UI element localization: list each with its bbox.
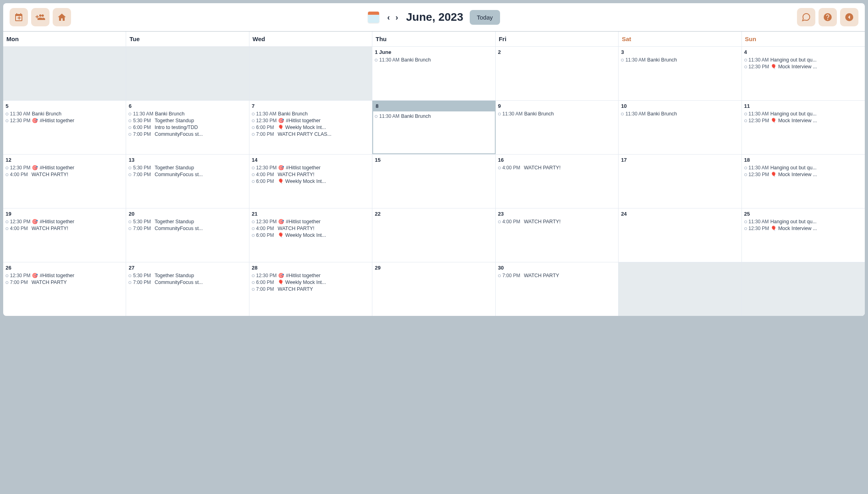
day-number: 26: [6, 265, 123, 271]
event-item[interactable]: 12:30 PM🎈Mock Interview ...: [744, 171, 862, 178]
event-item[interactable]: 12:30 PM🎯#Hitlist together: [6, 165, 123, 171]
event-item[interactable]: 12:30 PM🎯#Hitlist together: [252, 165, 370, 171]
event-item[interactable]: 6:00 PMIntro to testing/TDD: [129, 124, 246, 131]
help-button[interactable]: [819, 8, 837, 26]
event-item[interactable]: 11:30 AMHanging out but qu...: [744, 111, 862, 117]
calendar-app: ‹ › June, 2023 Today MonTueWedThuFriSatS…: [3, 3, 865, 316]
event-item[interactable]: 5:30 PMTogether Standup: [129, 117, 246, 124]
event-item[interactable]: 6:00 PM🎈Weekly Mock Int...: [252, 232, 370, 238]
event-title: Weekly Mock Int...: [285, 280, 326, 285]
day-cell[interactable]: 1412:30 PM🎯#Hitlist together4:00 PMWATCH…: [249, 155, 372, 208]
event-item[interactable]: 4:00 PMWATCH PARTY!: [498, 218, 616, 225]
event-item[interactable]: 7:00 PMCommunityFocus st...: [129, 279, 246, 286]
event-item[interactable]: 5:30 PMTogether Standup: [129, 165, 246, 171]
event-item[interactable]: 7:00 PMWATCH PARTY: [498, 272, 616, 279]
events-list: 12:30 PM🎯#Hitlist together7:00 PMWATCH P…: [6, 272, 123, 286]
event-item[interactable]: 4:00 PMWATCH PARTY!: [6, 225, 123, 232]
day-cell[interactable]: 1912:30 PM🎯#Hitlist together4:00 PMWATCH…: [3, 208, 126, 262]
event-item[interactable]: 7:00 PMWATCH PARTY: [6, 279, 123, 286]
event-item[interactable]: 4:00 PMWATCH PARTY!: [6, 171, 123, 178]
event-item[interactable]: 11:30 AMBanki Brunch: [498, 111, 616, 117]
day-cell[interactable]: 811:30 AMBanki Brunch: [372, 101, 495, 154]
next-month-button[interactable]: ›: [394, 11, 400, 24]
day-cell[interactable]: 2511:30 AMHanging out but qu...12:30 PM🎈…: [742, 208, 865, 262]
day-cell[interactable]: 1111:30 AMHanging out but qu...12:30 PM🎈…: [742, 101, 865, 154]
event-time: 5:30 PM: [133, 118, 153, 123]
events-list: 11:30 AMBanki Brunch: [621, 57, 739, 63]
day-cell[interactable]: 511:30 AMBanki Brunch12:30 PM🎯#Hitlist t…: [3, 101, 126, 154]
event-item[interactable]: 11:30 AMBanki Brunch: [621, 111, 739, 117]
event-item[interactable]: 12:30 PM🎈Mock Interview ...: [744, 63, 862, 70]
day-number: 23: [498, 211, 616, 217]
event-title: WATCH PARTY!: [524, 165, 561, 171]
event-item[interactable]: 7:00 PMWATCH PARTY: [252, 286, 370, 292]
chat-button[interactable]: [797, 8, 815, 26]
event-item[interactable]: 7:00 PMCommunityFocus st...: [129, 225, 246, 232]
event-item[interactable]: 4:00 PMWATCH PARTY!: [498, 165, 616, 171]
day-cell[interactable]: 205:30 PMTogether Standup7:00 PMCommunit…: [126, 208, 249, 262]
day-cell[interactable]: 29: [372, 262, 495, 316]
day-cell[interactable]: 2: [496, 47, 619, 100]
day-cell[interactable]: 22: [372, 208, 495, 262]
event-title: Hanging out but qu...: [770, 165, 817, 171]
event-item[interactable]: 12:30 PM🎯#Hitlist together: [252, 272, 370, 279]
calendar-logo-icon: [368, 12, 379, 23]
day-cell[interactable]: 1811:30 AMHanging out but qu...12:30 PM🎈…: [742, 155, 865, 208]
add-event-button[interactable]: [10, 8, 28, 26]
event-item[interactable]: 5:30 PMTogether Standup: [129, 218, 246, 225]
day-cell[interactable]: 2112:30 PM🎯#Hitlist together4:00 PMWATCH…: [249, 208, 372, 262]
event-item[interactable]: 11:30 AMBanki Brunch: [6, 111, 123, 117]
day-cell[interactable]: 1011:30 AMBanki Brunch: [619, 101, 741, 154]
event-item[interactable]: 11:30 AMHanging out but qu...: [744, 165, 862, 171]
event-item[interactable]: 12:30 PM🎯#Hitlist together: [252, 218, 370, 225]
event-item[interactable]: 12:30 PM🎯#Hitlist together: [6, 117, 123, 124]
event-item[interactable]: 5:30 PMTogether Standup: [129, 272, 246, 279]
prev-month-button[interactable]: ‹: [386, 11, 391, 24]
home-button[interactable]: [53, 8, 71, 26]
event-item[interactable]: 12:30 PM🎯#Hitlist together: [6, 272, 123, 279]
event-item[interactable]: 11:30 AMHanging out but qu...: [744, 57, 862, 63]
event-item[interactable]: 6:00 PM🎈Weekly Mock Int...: [252, 279, 370, 286]
day-cell[interactable]: 611:30 AMBanki Brunch5:30 PMTogether Sta…: [126, 101, 249, 154]
event-item[interactable]: 11:30 AMBanki Brunch: [252, 111, 370, 117]
day-cell[interactable]: 135:30 PMTogether Standup7:00 PMCommunit…: [126, 155, 249, 208]
event-item[interactable]: 7:00 PMCommunityFocus st...: [129, 171, 246, 178]
event-title: WATCH PARTY!: [32, 226, 68, 231]
day-cell[interactable]: 164:00 PMWATCH PARTY!: [496, 155, 619, 208]
day-cell[interactable]: 15: [372, 155, 495, 208]
event-item[interactable]: 12:30 PM🎯#Hitlist together: [6, 218, 123, 225]
day-cell[interactable]: 307:00 PMWATCH PARTY: [496, 262, 619, 316]
day-cell[interactable]: 234:00 PMWATCH PARTY!: [496, 208, 619, 262]
event-item[interactable]: 12:30 PM🎈Mock Interview ...: [744, 117, 862, 124]
day-cell[interactable]: 1 June11:30 AMBanki Brunch: [372, 47, 495, 100]
day-cell[interactable]: 711:30 AMBanki Brunch12:30 PM🎯#Hitlist t…: [249, 101, 372, 154]
day-number: 30: [498, 265, 616, 271]
day-cell[interactable]: 2812:30 PM🎯#Hitlist together6:00 PM🎈Week…: [249, 262, 372, 316]
day-cell[interactable]: 411:30 AMHanging out but qu...12:30 PM🎈M…: [742, 47, 865, 100]
day-cell[interactable]: 17: [619, 155, 741, 208]
add-people-button[interactable]: [31, 8, 49, 26]
day-cell[interactable]: 311:30 AMBanki Brunch: [619, 47, 741, 100]
day-cell[interactable]: 24: [619, 208, 741, 262]
day-cell[interactable]: 911:30 AMBanki Brunch: [496, 101, 619, 154]
event-item[interactable]: 11:30 AMBanki Brunch: [621, 57, 739, 63]
event-item[interactable]: 11:30 AMBanki Brunch: [375, 113, 492, 119]
day-cell[interactable]: 2612:30 PM🎯#Hitlist together7:00 PMWATCH…: [3, 262, 126, 316]
event-item[interactable]: 7:00 PMWATCH PARTY CLAS...: [252, 131, 370, 137]
event-item[interactable]: 6:00 PM🎈Weekly Mock Int...: [252, 178, 370, 185]
day-cell[interactable]: 275:30 PMTogether Standup7:00 PMCommunit…: [126, 262, 249, 316]
event-item[interactable]: 6:00 PM🎈Weekly Mock Int...: [252, 124, 370, 131]
event-item[interactable]: 11:30 AMHanging out but qu...: [744, 218, 862, 225]
event-item[interactable]: 12:30 PM🎈Mock Interview ...: [744, 225, 862, 232]
event-title: #Hitlist together: [286, 273, 320, 278]
event-item[interactable]: 4:00 PMWATCH PARTY!: [252, 171, 370, 178]
event-item[interactable]: 12:30 PM🎯#Hitlist together: [252, 117, 370, 124]
today-button[interactable]: Today: [470, 10, 500, 25]
event-title: Mock Interview ...: [778, 226, 817, 231]
event-item[interactable]: 11:30 AMBanki Brunch: [129, 111, 246, 117]
event-item[interactable]: 11:30 AMBanki Brunch: [375, 57, 492, 63]
event-item[interactable]: 7:00 PMCommunityFocus st...: [129, 131, 246, 137]
event-item[interactable]: 4:00 PMWATCH PARTY!: [252, 225, 370, 232]
day-cell[interactable]: 1212:30 PM🎯#Hitlist together4:00 PMWATCH…: [3, 155, 126, 208]
back-button[interactable]: [840, 8, 858, 26]
